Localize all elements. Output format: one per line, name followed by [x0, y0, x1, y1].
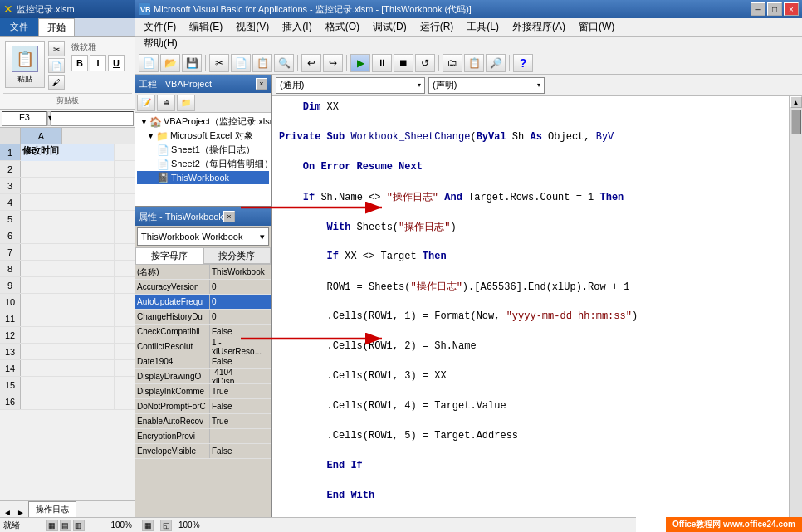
- props-row-displaydrawing: DisplayDrawingO -4104 - xlDisp...: [135, 369, 271, 384]
- toolbar-objbrowser[interactable]: 🔎: [486, 54, 506, 72]
- toolbar-new[interactable]: 📄: [139, 54, 159, 72]
- toolbar-help-btn[interactable]: ?: [513, 54, 533, 72]
- format-painter-button[interactable]: 🖌: [48, 75, 65, 90]
- toolbar-reset[interactable]: ↺: [415, 54, 435, 72]
- sheet-tab-log[interactable]: 操作日志: [28, 501, 76, 517]
- props-close-btn[interactable]: ×: [223, 211, 235, 222]
- normal-view-btn[interactable]: ▦: [46, 520, 58, 531]
- tab-home[interactable]: 开始: [38, 18, 75, 36]
- toolbar-properties[interactable]: 📋: [464, 54, 484, 72]
- props-dropdown-text: ThisWorkbook Workbook: [141, 232, 242, 242]
- menu-debug[interactable]: 调试(D): [368, 18, 412, 36]
- menu-edit[interactable]: 编辑(E): [184, 18, 227, 36]
- sheet-next-btn[interactable]: ►: [15, 508, 27, 517]
- excel-ribbon: 📋 粘贴 ✂ 📄 🖌 微软雅 B I U 剪贴板: [0, 37, 135, 110]
- bold-button[interactable]: B: [71, 55, 88, 71]
- bottom-status-ready: 100%: [178, 520, 200, 530]
- status-icon1[interactable]: ▦: [142, 520, 154, 531]
- props-dropdown[interactable]: ThisWorkbook Workbook ▾: [137, 227, 269, 246]
- toolbar-find[interactable]: 🔍: [274, 54, 294, 72]
- layout-view-btn[interactable]: ▤: [60, 520, 71, 531]
- status-icon2[interactable]: ◱: [160, 520, 172, 531]
- props-row-changehistory: ChangeHistoryDu 0: [135, 310, 271, 325]
- menu-tools[interactable]: 工具(L): [462, 18, 504, 36]
- proj-btn-folder[interactable]: 📁: [177, 95, 195, 111]
- vba-menubar: 文件(F) 编辑(E) 视图(V) 插入(I) 格式(O) 调试(D) 运行(R…: [135, 18, 802, 37]
- scroll-thumb-v[interactable]: [791, 110, 801, 134]
- excel-mini-title: ✕ 监控记录.xlsm: [0, 0, 135, 18]
- cut-button[interactable]: ✂: [48, 41, 65, 56]
- proj-btn-view[interactable]: 📝: [137, 95, 155, 111]
- props-row-autoupdate[interactable]: AutoUpdateFrequ 0: [135, 295, 271, 310]
- tree-vbaproject[interactable]: ▼ 🏠 VBAProject（监控记录.xlsm）: [137, 115, 269, 129]
- grid-row-14: 14: [0, 360, 135, 377]
- code-line-19: .Cells(ROW1, 3) = XX: [279, 368, 782, 383]
- menu-insert[interactable]: 插入(I): [277, 18, 316, 36]
- toolbar-sep3: [346, 55, 347, 71]
- page-break-btn[interactable]: ▥: [73, 520, 85, 531]
- sheet-prev-btn[interactable]: ◄: [2, 508, 13, 517]
- toolbar-open[interactable]: 📂: [160, 54, 180, 72]
- props-row-displayink: DisplayInkComme True: [135, 384, 271, 399]
- italic-button[interactable]: I: [90, 55, 106, 71]
- select-all[interactable]: [0, 128, 21, 144]
- expand-icon-root[interactable]: ▼: [140, 118, 148, 126]
- toolbar-pause[interactable]: ⏸: [372, 54, 392, 72]
- toolbar-stop[interactable]: ⏹: [394, 54, 413, 72]
- toolbar-save[interactable]: 💾: [182, 54, 202, 72]
- grid-header: A: [0, 128, 135, 144]
- tree-thisworkbook[interactable]: 📓 ThisWorkbook: [137, 171, 269, 184]
- props-tab-alpha[interactable]: 按字母序: [135, 247, 203, 264]
- font-section: 微软雅 B I U: [71, 41, 125, 71]
- name-box[interactable]: F3: [2, 111, 47, 126]
- tree-sheet2[interactable]: 📄 Sheet2（每日销售明细）: [137, 157, 269, 171]
- code-line-8: [279, 204, 782, 219]
- object-dropdown[interactable]: (通用) ▾: [276, 77, 425, 94]
- menu-help[interactable]: 帮助(H): [139, 35, 183, 52]
- menu-window[interactable]: 窗口(W): [574, 18, 619, 36]
- restore-button[interactable]: □: [767, 2, 782, 16]
- toolbar-run[interactable]: ▶: [350, 54, 370, 72]
- props-row-encryption: EncryptionProvi: [135, 429, 271, 444]
- expand-icon-excel[interactable]: ▼: [147, 132, 154, 140]
- toolbar-cut2[interactable]: ✂: [209, 54, 229, 72]
- menu-view[interactable]: 视图(V): [231, 18, 274, 36]
- toolbar-paste2[interactable]: 📋: [252, 54, 272, 72]
- underline-button[interactable]: U: [108, 55, 125, 71]
- toolbar-undo[interactable]: ↩: [301, 54, 321, 72]
- code-line-17: .Cells(ROW1, 2) = Sh.Name: [279, 339, 782, 354]
- scroll-up-btn[interactable]: ▲: [790, 96, 802, 108]
- paste-button[interactable]: 📋 粘贴: [5, 41, 45, 88]
- proj-btn-form[interactable]: 🖥: [157, 95, 175, 111]
- tab-file[interactable]: 文件: [0, 18, 38, 36]
- tree-excel-objects[interactable]: ▼ 📁 Microsoft Excel 对象: [137, 129, 269, 143]
- vba-title-buttons: ─ □ ×: [751, 2, 799, 16]
- code-line-14: [279, 294, 782, 309]
- left-panels: 工程 - VBAProject × 📝 🖥 📁 ▼ 🏠 VBAProject（监…: [135, 75, 272, 532]
- toolbar-redo[interactable]: ↪: [323, 54, 343, 72]
- toolbar-project[interactable]: 🗂: [443, 54, 462, 72]
- props-row-envelope: EnvelopeVisible False: [135, 444, 271, 459]
- code-line-23: .Cells(ROW1, 5) = Target.Address: [279, 428, 782, 443]
- minimize-button[interactable]: ─: [751, 2, 765, 16]
- menu-format[interactable]: 格式(O): [320, 18, 364, 36]
- code-line-27: End With: [279, 488, 782, 503]
- menu-file[interactable]: 文件(F): [139, 18, 181, 36]
- proc-dropdown[interactable]: (声明) ▾: [428, 77, 545, 94]
- code-area[interactable]: Dim XX Private Sub Workbook_SheetChange(…: [272, 96, 789, 532]
- menu-run[interactable]: 运行(R): [415, 18, 459, 36]
- formula-bar[interactable]: [51, 111, 134, 126]
- toolbar-copy2[interactable]: 📄: [231, 54, 251, 72]
- menu-addins[interactable]: 外接程序(A): [507, 18, 570, 36]
- copy-button[interactable]: 📄: [48, 58, 65, 73]
- cell-a1[interactable]: 修改时间: [21, 144, 115, 161]
- project-close-btn[interactable]: ×: [256, 78, 267, 90]
- vba-ide: VB Microsoft Visual Basic for Applicatio…: [135, 0, 802, 532]
- vbaproject-label: VBAProject（监控记录.xlsm）: [164, 115, 271, 128]
- props-tab-category[interactable]: 按分类序: [203, 247, 271, 264]
- grid-row-5: 5: [0, 211, 135, 227]
- project-tree: ▼ 🏠 VBAProject（监控记录.xlsm） ▼ 📁 Microsoft …: [135, 113, 271, 206]
- close-button[interactable]: ×: [784, 2, 799, 16]
- excel-objects-label: Microsoft Excel 对象: [170, 129, 253, 142]
- tree-sheet1[interactable]: 📄 Sheet1（操作日志）: [137, 143, 269, 157]
